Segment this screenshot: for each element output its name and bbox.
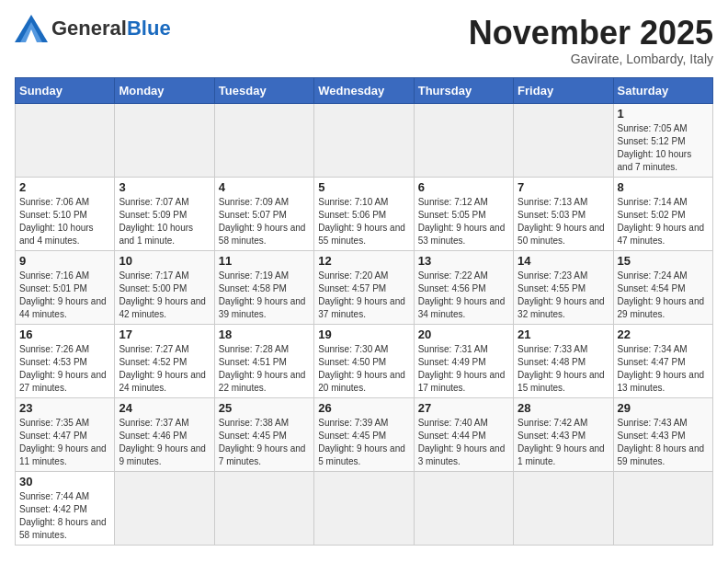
weekday-header-saturday: Saturday [613,77,712,103]
weekday-header-thursday: Thursday [414,77,513,103]
day-number: 12 [318,254,409,268]
weekday-header-wednesday: Wednesday [314,77,414,103]
day-info: Sunrise: 7:30 AM Sunset: 4:50 PM Dayligh… [318,343,409,395]
logo-text-general: General [51,17,127,40]
day-cell: 26Sunrise: 7:39 AM Sunset: 4:45 PM Dayli… [314,397,414,471]
day-number: 20 [418,327,509,341]
day-number: 2 [19,180,110,194]
day-info: Sunrise: 7:24 AM Sunset: 4:54 PM Dayligh… [618,270,709,321]
day-cell [16,103,115,177]
day-cell [115,103,214,177]
day-cell: 3Sunrise: 7:07 AM Sunset: 5:09 PM Daylig… [115,177,214,250]
day-info: Sunrise: 7:09 AM Sunset: 5:07 PM Dayligh… [219,196,310,247]
day-number: 24 [119,401,210,415]
weekday-header-friday: Friday [514,77,613,103]
day-number: 3 [119,180,210,194]
day-number: 5 [318,180,409,194]
day-number: 4 [219,180,310,194]
day-info: Sunrise: 7:43 AM Sunset: 4:43 PM Dayligh… [618,417,709,468]
day-cell: 11Sunrise: 7:19 AM Sunset: 4:58 PM Dayli… [214,250,313,324]
week-row-0: 1Sunrise: 7:05 AM Sunset: 5:12 PM Daylig… [16,103,713,177]
day-number: 7 [518,180,609,194]
day-number: 13 [418,254,509,268]
day-cell [115,471,214,545]
day-number: 26 [318,401,409,415]
week-row-4: 23Sunrise: 7:35 AM Sunset: 4:47 PM Dayli… [16,397,713,471]
day-cell [314,103,414,177]
day-cell: 1Sunrise: 7:05 AM Sunset: 5:12 PM Daylig… [613,103,712,177]
week-row-3: 16Sunrise: 7:26 AM Sunset: 4:53 PM Dayli… [16,324,713,397]
day-cell [314,471,414,545]
day-cell [514,103,613,177]
day-number: 8 [618,180,709,194]
day-number: 17 [119,327,210,341]
day-number: 23 [19,401,110,415]
day-cell [214,471,313,545]
weekday-header-monday: Monday [115,77,214,103]
week-row-2: 9Sunrise: 7:16 AM Sunset: 5:01 PM Daylig… [16,250,713,324]
day-info: Sunrise: 7:44 AM Sunset: 4:42 PM Dayligh… [19,490,110,542]
day-cell: 5Sunrise: 7:10 AM Sunset: 5:06 PM Daylig… [314,177,414,250]
day-number: 15 [618,254,709,268]
day-info: Sunrise: 7:20 AM Sunset: 4:57 PM Dayligh… [318,270,409,321]
day-cell: 6Sunrise: 7:12 AM Sunset: 5:05 PM Daylig… [414,177,513,250]
day-number: 21 [518,327,609,341]
day-info: Sunrise: 7:13 AM Sunset: 5:03 PM Dayligh… [518,196,609,247]
day-info: Sunrise: 7:05 AM Sunset: 5:12 PM Dayligh… [618,122,709,174]
day-info: Sunrise: 7:14 AM Sunset: 5:02 PM Dayligh… [618,196,709,247]
header: GeneralBlue November 2025 Gavirate, Lomb… [15,15,713,66]
day-info: Sunrise: 7:33 AM Sunset: 4:48 PM Dayligh… [518,343,609,395]
logo: GeneralBlue [15,15,171,42]
day-number: 19 [318,327,409,341]
day-info: Sunrise: 7:26 AM Sunset: 4:53 PM Dayligh… [19,343,110,395]
week-row-5: 30Sunrise: 7:44 AM Sunset: 4:42 PM Dayli… [16,471,713,545]
day-number: 16 [19,327,110,341]
day-cell [214,103,313,177]
day-number: 25 [219,401,310,415]
day-info: Sunrise: 7:17 AM Sunset: 5:00 PM Dayligh… [119,270,210,321]
day-cell: 8Sunrise: 7:14 AM Sunset: 5:02 PM Daylig… [613,177,712,250]
day-cell: 24Sunrise: 7:37 AM Sunset: 4:46 PM Dayli… [115,397,214,471]
day-info: Sunrise: 7:37 AM Sunset: 4:46 PM Dayligh… [119,417,210,468]
day-info: Sunrise: 7:35 AM Sunset: 4:47 PM Dayligh… [19,417,110,468]
day-info: Sunrise: 7:27 AM Sunset: 4:52 PM Dayligh… [119,343,210,395]
day-number: 22 [618,327,709,341]
day-cell [414,471,513,545]
day-number: 11 [219,254,310,268]
day-cell: 25Sunrise: 7:38 AM Sunset: 4:45 PM Dayli… [214,397,313,471]
day-number: 18 [219,327,310,341]
day-info: Sunrise: 7:07 AM Sunset: 5:09 PM Dayligh… [119,196,210,247]
day-cell: 23Sunrise: 7:35 AM Sunset: 4:47 PM Dayli… [16,397,115,471]
location-title: Gavirate, Lombardy, Italy [469,52,713,66]
week-row-1: 2Sunrise: 7:06 AM Sunset: 5:10 PM Daylig… [16,177,713,250]
day-cell: 12Sunrise: 7:20 AM Sunset: 4:57 PM Dayli… [314,250,414,324]
day-number: 28 [518,401,609,415]
calendar-table: SundayMondayTuesdayWednesdayThursdayFrid… [15,77,713,546]
day-info: Sunrise: 7:28 AM Sunset: 4:51 PM Dayligh… [219,343,310,395]
day-cell: 16Sunrise: 7:26 AM Sunset: 4:53 PM Dayli… [16,324,115,397]
day-number: 29 [618,401,709,415]
day-cell: 19Sunrise: 7:30 AM Sunset: 4:50 PM Dayli… [314,324,414,397]
day-cell: 14Sunrise: 7:23 AM Sunset: 4:55 PM Dayli… [514,250,613,324]
day-info: Sunrise: 7:39 AM Sunset: 4:45 PM Dayligh… [318,417,409,468]
generalblue-logo-icon [15,15,48,42]
day-cell: 15Sunrise: 7:24 AM Sunset: 4:54 PM Dayli… [613,250,712,324]
day-cell: 2Sunrise: 7:06 AM Sunset: 5:10 PM Daylig… [16,177,115,250]
title-area: November 2025 Gavirate, Lombardy, Italy [469,15,713,66]
day-info: Sunrise: 7:31 AM Sunset: 4:49 PM Dayligh… [418,343,509,395]
month-title: November 2025 [469,15,713,52]
day-info: Sunrise: 7:23 AM Sunset: 4:55 PM Dayligh… [518,270,609,321]
day-cell: 20Sunrise: 7:31 AM Sunset: 4:49 PM Dayli… [414,324,513,397]
day-cell [613,471,712,545]
day-info: Sunrise: 7:42 AM Sunset: 4:43 PM Dayligh… [518,417,609,468]
day-cell: 13Sunrise: 7:22 AM Sunset: 4:56 PM Dayli… [414,250,513,324]
day-cell: 4Sunrise: 7:09 AM Sunset: 5:07 PM Daylig… [214,177,313,250]
day-cell: 27Sunrise: 7:40 AM Sunset: 4:44 PM Dayli… [414,397,513,471]
day-cell: 17Sunrise: 7:27 AM Sunset: 4:52 PM Dayli… [115,324,214,397]
day-info: Sunrise: 7:10 AM Sunset: 5:06 PM Dayligh… [318,196,409,247]
logo-text-blue: Blue [127,17,171,40]
day-cell [514,471,613,545]
day-info: Sunrise: 7:40 AM Sunset: 4:44 PM Dayligh… [418,417,509,468]
day-number: 27 [418,401,509,415]
day-number: 14 [518,254,609,268]
